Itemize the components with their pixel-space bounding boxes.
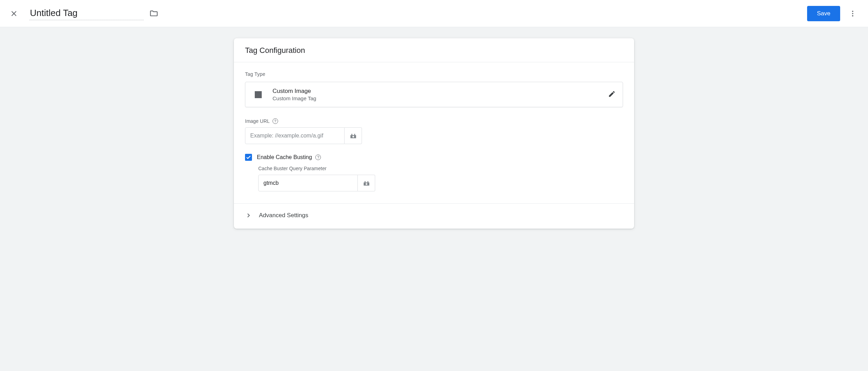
tag-type-selector[interactable]: Custom Image Custom Image Tag	[245, 82, 623, 107]
folder-button[interactable]	[149, 9, 158, 18]
image-url-label: Image URL ?	[245, 118, 623, 124]
variable-picker-button[interactable]	[358, 175, 375, 191]
svg-rect-12	[364, 181, 365, 183]
image-url-input[interactable]	[245, 127, 345, 144]
save-button[interactable]: Save	[807, 6, 840, 21]
close-icon	[10, 10, 18, 17]
more-menu-button[interactable]	[846, 7, 860, 21]
tag-type-name: Custom Image	[273, 88, 608, 95]
enable-cache-busting-checkbox[interactable]	[245, 154, 252, 161]
svg-point-2	[852, 10, 853, 12]
svg-point-4	[852, 15, 853, 16]
svg-rect-6	[351, 134, 352, 135]
variable-icon	[363, 180, 370, 186]
svg-rect-10	[352, 136, 354, 137]
more-vert-icon	[849, 10, 857, 17]
svg-rect-16	[365, 184, 368, 184]
variable-icon	[349, 133, 357, 139]
svg-rect-13	[367, 181, 368, 183]
help-icon[interactable]: ?	[273, 118, 278, 124]
edit-tag-type-button[interactable]	[608, 90, 616, 99]
variable-picker-button[interactable]	[345, 127, 362, 144]
tag-type-label: Tag Type	[245, 71, 623, 77]
cache-buster-param-label: Cache Buster Query Parameter	[258, 166, 623, 171]
tag-configuration-card: Tag Configuration Tag Type Custom Image …	[234, 38, 634, 229]
folder-icon	[149, 9, 158, 18]
page-body: Tag Configuration Tag Type Custom Image …	[0, 27, 868, 371]
app-header: Save	[0, 0, 868, 27]
tag-name-input[interactable]	[29, 7, 144, 20]
image-icon	[253, 89, 263, 100]
pencil-icon	[608, 90, 616, 98]
chevron-right-icon	[245, 212, 252, 219]
advanced-settings-label: Advanced Settings	[259, 212, 308, 219]
cache-busting-label: Enable Cache Busting	[257, 154, 312, 160]
svg-point-3	[852, 13, 853, 14]
close-button[interactable]	[7, 7, 21, 21]
advanced-settings-toggle[interactable]: Advanced Settings	[234, 204, 634, 229]
card-title: Tag Configuration	[234, 38, 634, 62]
svg-rect-7	[354, 134, 355, 135]
help-icon[interactable]: ?	[315, 155, 321, 160]
tag-type-subtitle: Custom Image Tag	[273, 95, 608, 101]
cache-buster-param-input[interactable]	[258, 175, 358, 191]
check-icon	[246, 155, 251, 160]
